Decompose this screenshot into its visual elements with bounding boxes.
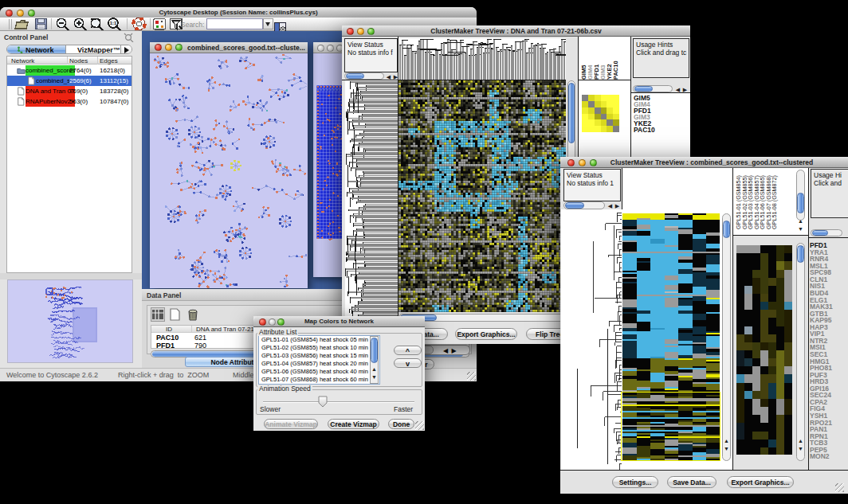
svg-text:1:1: 1:1 [110,21,117,25]
